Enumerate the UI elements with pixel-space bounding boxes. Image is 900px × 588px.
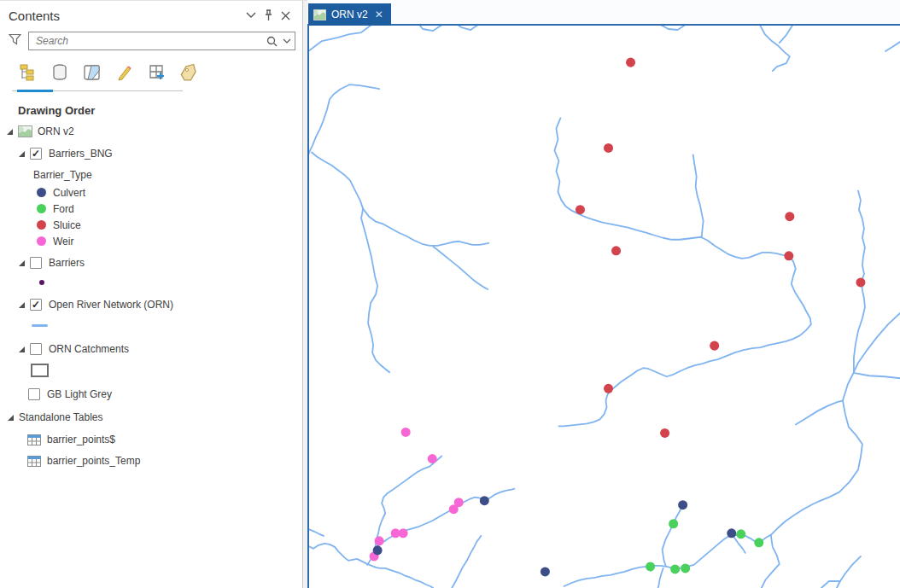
layer-visibility-checkbox[interactable] (30, 343, 42, 355)
legend-label: Ford (53, 203, 74, 215)
river-line[interactable] (693, 154, 704, 236)
barrier-point-culvert[interactable] (678, 500, 687, 509)
river-line[interactable] (361, 209, 389, 373)
table-item-barrier-points-temp[interactable]: barrier_points_Temp (0, 451, 302, 471)
tree-item-gb-light-grey[interactable]: GB Light Grey (0, 384, 302, 405)
expand-collapse-icon[interactable] (19, 151, 25, 157)
river-line[interactable] (363, 209, 488, 246)
view-tabstrip: ORN v2 ✕ (307, 0, 900, 26)
barrier-point-sluice[interactable] (856, 277, 865, 287)
tree-item-orn[interactable]: ✓ Open River Network (ORN) (0, 294, 302, 315)
layer-visibility-checkbox[interactable]: ✓ (30, 299, 42, 311)
expand-collapse-icon[interactable] (19, 302, 25, 308)
tree-item-barriers[interactable]: Barriers (0, 253, 302, 273)
filter-icon[interactable] (9, 33, 21, 49)
barrier-point-weir[interactable] (449, 504, 459, 514)
river-line[interactable] (663, 505, 683, 566)
barrier-point-ford[interactable] (669, 519, 678, 528)
barrier-point-sluice[interactable] (660, 428, 669, 438)
search-input[interactable] (36, 35, 266, 47)
barrier-point-weir[interactable] (428, 454, 437, 463)
pin-icon[interactable] (260, 7, 277, 24)
river-line[interactable] (885, 42, 900, 51)
map-canvas-svg[interactable] (309, 26, 900, 588)
search-options-chevron-icon[interactable] (283, 38, 291, 44)
river-line[interactable] (762, 191, 865, 588)
river-line[interactable] (661, 26, 686, 30)
list-by-snapping-icon[interactable] (147, 62, 167, 83)
barrier-point-sluice[interactable] (604, 384, 613, 393)
expand-collapse-icon[interactable] (8, 415, 14, 421)
list-by-labeling-icon[interactable] (179, 62, 200, 83)
barrier-point-weir[interactable] (399, 528, 408, 538)
river-line[interactable] (452, 536, 481, 588)
layer-label: GB Light Grey (47, 388, 112, 400)
layer-visibility-checkbox[interactable] (30, 257, 42, 269)
map-canvas[interactable] (307, 26, 900, 588)
river-line[interactable] (855, 373, 900, 378)
list-by-selection-icon[interactable] (82, 62, 102, 83)
search-icon[interactable] (266, 36, 278, 47)
barriers-symbol-dot (39, 280, 44, 285)
river-line[interactable] (780, 26, 792, 43)
layer-label: Barriers_BNG (49, 148, 113, 160)
barrier-point-sluice[interactable] (604, 143, 613, 153)
tree-item-standalone-tables[interactable]: Standalone Tables (0, 407, 302, 428)
search-box[interactable] (28, 32, 295, 50)
barrier-point-ford[interactable] (754, 538, 763, 547)
river-line[interactable] (309, 544, 433, 588)
barrier-point-culvert[interactable] (727, 528, 736, 538)
list-by-editing-icon[interactable] (114, 62, 135, 83)
barrier-point-sluice[interactable] (626, 58, 635, 67)
tree-item-barriers-bng[interactable]: ✓ Barriers_BNG (0, 143, 302, 164)
barrier-point-ford[interactable] (670, 564, 680, 573)
barrier-point-sluice[interactable] (576, 205, 585, 214)
layer-visibility-checkbox[interactable] (28, 388, 40, 400)
expand-collapse-icon[interactable] (7, 129, 13, 135)
barrier-point-ford[interactable] (736, 529, 745, 539)
river-line[interactable] (658, 568, 663, 588)
barrier-point-weir[interactable] (375, 536, 384, 545)
barrier-point-weir[interactable] (401, 428, 411, 437)
river-line[interactable] (837, 556, 861, 588)
river-line[interactable] (760, 26, 790, 71)
river-line[interactable] (554, 118, 810, 426)
map-thumbnail-icon (18, 125, 32, 137)
legend-item-culvert[interactable]: Culvert (0, 184, 302, 201)
legend-item-weir[interactable]: Weir (0, 233, 302, 249)
legend-item-ford[interactable]: Ford (0, 201, 302, 217)
barrier-point-culvert[interactable] (373, 545, 383, 555)
expand-collapse-icon[interactable] (19, 346, 25, 352)
barrier-point-sluice[interactable] (611, 246, 621, 255)
barrier-point-sluice[interactable] (784, 251, 793, 260)
map-tab-orn-v2[interactable]: ORN v2 ✕ (308, 3, 391, 26)
chevron-down-icon[interactable] (243, 7, 260, 24)
list-by-data-source-icon[interactable] (50, 62, 70, 83)
river-line[interactable] (564, 535, 770, 586)
river-line[interactable] (312, 152, 363, 208)
legend-item-sluice[interactable]: Sluice (0, 217, 302, 233)
table-label: barrier_points$ (47, 434, 115, 445)
river-line[interactable] (433, 247, 488, 289)
barrier-point-ford[interactable] (681, 563, 690, 573)
expand-collapse-icon[interactable] (19, 260, 25, 266)
close-icon[interactable] (277, 7, 294, 24)
tree-item-orn-catchments[interactable]: ORN Catchments (0, 339, 302, 359)
barrier-point-culvert[interactable] (480, 496, 489, 505)
river-line[interactable] (734, 538, 745, 553)
active-toolbar-tab-underline (17, 90, 53, 92)
river-line[interactable] (309, 26, 546, 51)
river-line[interactable] (796, 400, 843, 424)
barrier-point-ford[interactable] (646, 562, 655, 571)
barrier-point-sluice[interactable] (710, 341, 719, 351)
layer-visibility-checkbox[interactable]: ✓ (30, 148, 42, 160)
barrier-point-sluice[interactable] (785, 212, 794, 221)
list-by-drawing-order-icon[interactable] (17, 62, 38, 83)
tab-close-icon[interactable]: ✕ (375, 9, 383, 20)
river-line[interactable] (309, 529, 324, 536)
tree-item-orn-v2[interactable]: ORN v2 (0, 122, 302, 141)
river-line[interactable] (309, 84, 379, 154)
table-item-barrier-points[interactable]: barrier_points$ (0, 429, 302, 450)
barrier-point-culvert[interactable] (541, 567, 550, 576)
river-line[interactable] (377, 489, 514, 547)
